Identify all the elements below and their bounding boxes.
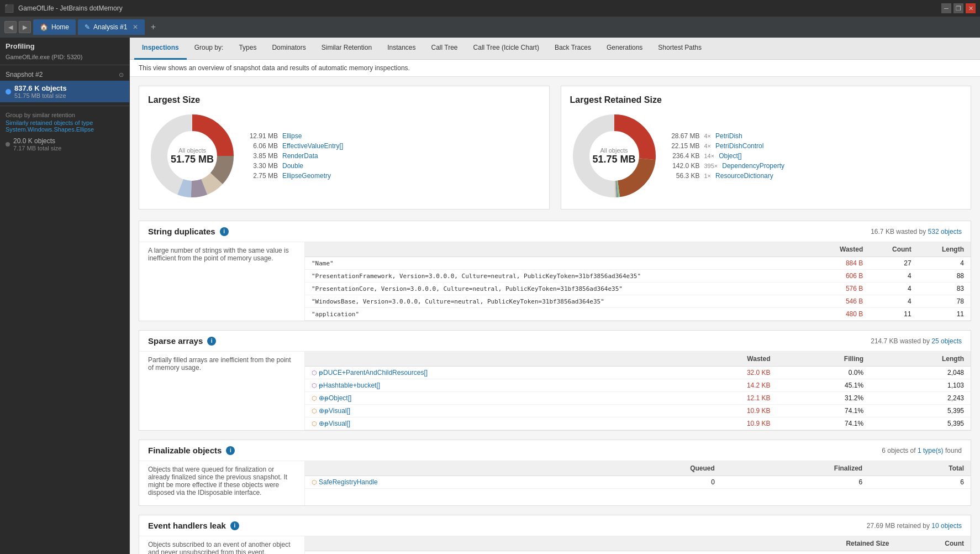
event-handlers-meta-link[interactable]: 10 objects [931,522,962,530]
tab-instances-label: Instances [387,44,415,51]
largest-retained-item-3-count: 395× [704,163,718,169]
tab-similar-retention-label: Similar Retention [322,44,372,51]
group-section: Group by similar retention Similarly ret… [0,109,129,135]
finalizable-meta: 6 objects of 1 type(s) found [882,447,962,454]
string-dup-wasted: 546 B [815,295,870,308]
largest-retained-donut: All objects 51.75 MB [570,112,658,200]
string-duplicates-meta-link[interactable]: 532 objects [928,228,962,236]
charts-section: Largest Size [139,86,971,210]
largest-retained-inner: All objects 51.75 MB 28.67 MB 4× PetriDi… [570,112,962,200]
string-dup-count: 27 [870,257,918,270]
sparse-arrays-meta-link[interactable]: 25 objects [931,337,962,345]
sparse-name: ⬡⊕ᵽObject[] [305,392,672,405]
largest-size-item-3-link[interactable]: Double [282,162,303,170]
string-dup-length: 4 [918,257,971,270]
string-duplicates-info-icon[interactable]: i [220,227,229,236]
tab-analysis-label: Analysis #1 [93,23,127,31]
string-dup-name: "Name" [305,257,815,270]
sparse-arrays-info-icon[interactable]: i [207,337,216,346]
event-handlers-table: Retained Size Count ⬡PetriDishControl 27… [305,536,971,554]
largest-retained-item-4-count: 1× [704,173,712,179]
largest-retained-item-4-size: 56.3 KB [670,172,700,180]
string-dup-col-name [305,242,815,257]
restore-button[interactable]: ❐ [953,3,963,13]
string-dup-name: "WindowsBase, Version=3.0.0.0, Culture=n… [305,295,815,308]
largest-retained-item-4-link[interactable]: ResourceDictionary [715,172,773,180]
tab-backtraces[interactable]: Back Traces [547,38,599,60]
sparse-col-length: Length [870,352,971,367]
minimize-button[interactable]: ─ [941,3,951,13]
largest-size-item-3: 3.30 MB Double [247,162,343,170]
largest-size-item-0: 12.91 MB Ellipse [247,132,343,140]
largest-retained-item-1-link[interactable]: PetriDishControl [715,142,763,150]
largest-size-item-2-link[interactable]: RenderData [282,152,318,160]
finalizable-title: Finalizable objects [148,446,222,455]
add-tab-button[interactable]: + [147,21,159,33]
snapshot-icon[interactable]: ⊙ [119,71,124,79]
largest-retained-item-2-link[interactable]: Object[] [719,152,741,160]
largest-size-item-2: 3.85 MB RenderData [247,152,343,160]
largest-size-inner: All objects 51.75 MB 12.91 MB Ellipse 6.… [148,112,540,200]
largest-size-item-1-link[interactable]: EffectiveValueEntry[] [282,142,343,150]
table-row: ⬡⊕ᵽObject[] 12.1 KB 31.2% 2,243 [305,392,971,405]
string-duplicates-meta-text: wasted by [896,228,928,236]
string-dup-wasted: 606 B [815,270,870,283]
largest-size-item-4-link[interactable]: EllipseGeometry [282,172,331,180]
close-button[interactable]: ✕ [966,3,976,13]
string-dup-col-wasted: Wasted [815,242,870,257]
tab-calltree-icicle[interactable]: Call Tree (Icicle Chart) [466,38,547,60]
event-handlers-body: Objects subscribed to an event of anothe… [139,536,971,554]
group-item1[interactable]: Similarly retained objects of type [6,119,124,126]
largest-retained-item-0-link[interactable]: PetriDish [715,132,742,140]
tab-home[interactable]: 🏠 Home [33,19,76,35]
sparse-arrays-title: Sparse arrays [148,336,203,346]
largest-retained-item-3-link[interactable]: DependencyProperty [722,162,784,170]
tab-home-label: Home [51,23,69,31]
sidebar-item2: 20.0 K objects 7.17 MB total size [0,135,129,154]
sparse-col-wasted: Wasted [672,352,777,367]
tab-analysis[interactable]: ✎ Analysis #1 ✕ [78,19,145,35]
string-duplicates-table-col: Wasted Count Length "Name" 884 B 27 4 "P… [305,242,971,321]
string-duplicates-section: String duplicates i 16.7 KB wasted by 53… [139,221,971,321]
event-handlers-header: Event handlers leak i 27.69 MB retained … [139,515,971,536]
sparse-length: 1,103 [870,379,971,392]
tab-backtraces-label: Back Traces [555,44,591,51]
event-handlers-info-icon[interactable]: i [230,521,239,530]
tab-similar-retention[interactable]: Similar Retention [314,38,380,60]
sparse-name: ⬡ᵽHashtable+bucket[] [305,379,672,392]
snapshot-label: Snapshot #2 [6,71,43,79]
event-col-count: Count [895,536,971,551]
finalizable-info-icon[interactable]: i [226,446,235,455]
sparse-wasted: 12.1 KB [672,392,777,405]
largest-retained-item-0-size: 28.67 MB [670,132,700,140]
tab-generations[interactable]: Generations [599,38,650,60]
sparse-filling: 31.2% [777,392,871,405]
largest-retained-item-1-count: 4× [704,143,712,149]
content: Inspections Group by: Types Dominators S… [130,38,980,554]
tab-groupby[interactable]: Group by: [187,38,231,60]
string-duplicates-meta-size: 16.7 KB [871,228,894,236]
tab-inspections[interactable]: Inspections [134,38,187,60]
close-tab-icon[interactable]: ✕ [133,23,138,31]
largest-retained-item-2-count: 14× [704,153,715,159]
tab-dominators[interactable]: Dominators [264,38,313,60]
nav-forward-button[interactable]: ▶ [19,21,31,33]
string-dup-col-length: Length [918,242,971,257]
string-dup-name: "PresentationCore, Version=3.0.0.0, Cult… [305,283,815,295]
group-item2[interactable]: System.Windows.Shapes.Ellipse [6,126,124,133]
nav-back-button[interactable]: ◀ [4,21,17,33]
largest-size-item-0-link[interactable]: Ellipse [282,132,302,140]
tab-calltree[interactable]: Call Tree [424,38,466,60]
all-objects-row[interactable]: 837.6 K objects 51.75 MB total size [0,81,129,102]
finalizable-meta-link[interactable]: 1 type(s) [918,447,944,454]
all-objects-dot [6,89,11,95]
largest-size-value: 51.75 MB [171,154,214,165]
tab-instances[interactable]: Instances [380,38,423,60]
tab-shortest-paths[interactable]: Shortest Paths [650,38,709,60]
string-dup-length: 78 [918,295,971,308]
tab-generations-label: Generations [607,44,642,51]
tab-types[interactable]: Types [231,38,264,60]
string-duplicates-table: Wasted Count Length "Name" 884 B 27 4 "P… [305,242,971,321]
final-col-name [305,461,587,476]
titlebar: ⬛ GameOfLife - JetBrains dotMemory ─ ❐ ✕ [0,0,980,17]
